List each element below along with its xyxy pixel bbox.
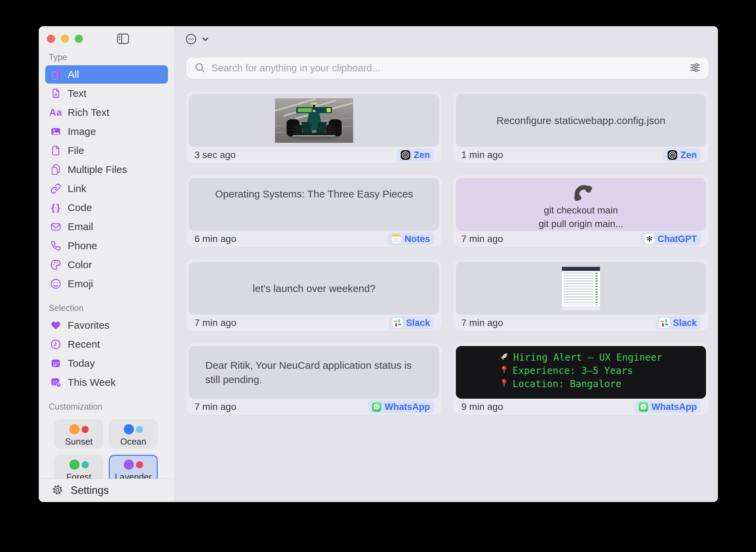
sidebar-item-label: Link xyxy=(68,183,86,194)
theme-ocean[interactable]: Ocean xyxy=(109,419,158,449)
sidebar-item-label: File xyxy=(68,145,84,156)
text-doc-icon xyxy=(50,88,62,99)
sidebar-item-multiple-files[interactable]: Multiple Files xyxy=(45,160,168,179)
image-icon xyxy=(50,126,62,137)
theme-sunset[interactable]: Sunset xyxy=(54,419,103,449)
card-text: let’s launch over weekend? xyxy=(238,281,390,296)
calendar-icon xyxy=(50,358,62,369)
pushpin-icon xyxy=(500,378,509,390)
whatsapp-app-icon xyxy=(638,402,649,412)
source-app-name: Zen xyxy=(414,150,430,160)
filter-sliders-icon[interactable] xyxy=(690,62,701,74)
terminal-text: Hiring Alert — UX Engineer Experience: 3… xyxy=(500,346,662,391)
settings-label: Settings xyxy=(71,484,109,497)
sidebar-item-label: Image xyxy=(68,126,96,137)
sidebar-item-link[interactable]: Link xyxy=(45,179,168,198)
sidebar-toggle-icon[interactable] xyxy=(117,33,129,44)
sidebar-item-label: Favorites xyxy=(68,320,109,331)
source-app-name: WhatsApp xyxy=(652,402,697,412)
timestamp: 7 min ago xyxy=(194,401,236,412)
card-footer: 9 min ago WhatsApp xyxy=(453,399,709,415)
sidebar-item-color[interactable]: Color xyxy=(45,256,168,274)
timestamp: 6 min ago xyxy=(194,234,236,244)
sidebar-item-code[interactable]: { } Code xyxy=(45,199,168,217)
sidebar: Type All Text Aa Rich Text xyxy=(39,26,175,502)
settings-row[interactable]: Settings xyxy=(39,479,174,502)
emoji-icon xyxy=(50,278,62,290)
sidebar-item-image[interactable]: Image xyxy=(45,122,168,141)
email-icon xyxy=(50,221,62,232)
minimize-button[interactable] xyxy=(61,35,69,43)
card-text: git checkout main git pull origin main..… xyxy=(538,204,623,231)
clipboard-card-text-launch[interactable]: let’s launch over weekend? 7 min ago Sla… xyxy=(186,259,442,331)
clipboard-card-image-f1[interactable]: 3 sec ago Zen xyxy=(186,91,442,163)
link-icon xyxy=(50,183,62,194)
titlebar xyxy=(39,26,174,51)
search-input[interactable] xyxy=(211,63,690,74)
close-button[interactable] xyxy=(47,35,55,43)
source-app-name: Slack xyxy=(673,318,697,328)
multiple-files-icon xyxy=(50,164,62,175)
card-body: git checkout main git pull origin main..… xyxy=(456,178,706,231)
timestamp: 3 sec ago xyxy=(194,150,236,160)
card-text: Operating Systems: The Three Easy Pieces xyxy=(201,187,428,201)
timestamp: 7 min ago xyxy=(461,234,503,244)
sidebar-item-label: Recent xyxy=(68,339,100,350)
card-footer: 3 sec ago Zen xyxy=(186,147,442,163)
theme-color-dots xyxy=(124,424,143,435)
pushpin-icon xyxy=(500,365,509,376)
timestamp: 7 min ago xyxy=(194,317,236,328)
more-options-button[interactable] xyxy=(185,33,197,47)
phone-icon xyxy=(50,240,62,252)
section-label-type: Type xyxy=(49,52,168,62)
slack-app-icon xyxy=(659,318,670,328)
chatgpt-app-icon: ✻ xyxy=(644,234,654,244)
card-text: Reconfigure staticwebapp.config.json xyxy=(482,114,680,128)
chevron-down-icon[interactable] xyxy=(201,35,209,45)
sidebar-item-favorites[interactable]: Favorites xyxy=(45,316,168,334)
sidebar-item-rich-text[interactable]: Aa Rich Text xyxy=(45,103,168,122)
heart-icon xyxy=(50,320,62,331)
rich-text-icon: Aa xyxy=(50,107,62,118)
sidebar-item-this-week[interactable]: This Week xyxy=(45,373,168,392)
sidebar-item-text[interactable]: Text xyxy=(45,84,168,103)
file-icon xyxy=(50,145,62,156)
clipboard-card-image-table[interactable]: 7 min ago Slack xyxy=(453,259,709,331)
sidebar-item-file[interactable]: File xyxy=(45,141,168,160)
card-body: let’s launch over weekend? xyxy=(189,262,439,315)
sidebar-item-label: Phone xyxy=(68,240,97,252)
sidebar-item-label: Today xyxy=(68,358,95,369)
sidebar-item-label: Emoji xyxy=(68,278,93,290)
clipboard-card-text-neucard[interactable]: Dear Ritik, Your NeuCard application sta… xyxy=(186,343,442,415)
zoom-button[interactable] xyxy=(75,35,83,43)
theme-name: Ocean xyxy=(120,436,147,447)
sidebar-item-email[interactable]: Email xyxy=(45,218,168,236)
telephone-receiver-icon xyxy=(569,178,593,202)
clock-icon xyxy=(50,339,62,350)
card-footer: 7 min ago Slack xyxy=(186,315,442,331)
clipboard-card-phone-git[interactable]: git checkout main git pull origin main..… xyxy=(453,175,709,247)
sidebar-nav: Type All Text Aa Rich Text xyxy=(39,52,174,484)
clipboard-card-text-reconfigure[interactable]: Reconfigure staticwebapp.config.json 1 m… xyxy=(453,91,709,163)
card-footer: 1 min ago Zen xyxy=(453,147,709,163)
sidebar-item-phone[interactable]: Phone xyxy=(45,237,168,255)
status-table-thumbnail xyxy=(562,267,600,310)
card-footer: 6 min ago Notes xyxy=(186,231,442,247)
rocket-icon xyxy=(500,351,509,363)
source-app-badge: Zen xyxy=(397,149,434,161)
source-app-name: Notes xyxy=(405,234,430,244)
sidebar-item-label: Rich Text xyxy=(68,107,109,118)
sidebar-item-emoji[interactable]: Emoji xyxy=(45,275,168,293)
card-body: Dear Ritik, Your NeuCard application sta… xyxy=(189,346,439,399)
search-bar xyxy=(186,57,709,79)
sidebar-item-today[interactable]: Today xyxy=(45,354,168,373)
sidebar-item-recent[interactable]: Recent xyxy=(45,335,168,353)
theme-color-dots xyxy=(69,424,89,435)
sidebar-item-all[interactable]: All xyxy=(45,65,168,84)
color-palette-icon xyxy=(50,259,62,271)
card-footer: 7 min ago Slack xyxy=(453,315,709,331)
clipboard-card-text-os-book[interactable]: Operating Systems: The Three Easy Pieces… xyxy=(186,175,442,247)
clipboard-card-terminal-hiring[interactable]: Hiring Alert — UX Engineer Experience: 3… xyxy=(453,343,709,415)
code-braces-icon: { } xyxy=(50,202,62,213)
zen-app-icon xyxy=(667,150,677,160)
